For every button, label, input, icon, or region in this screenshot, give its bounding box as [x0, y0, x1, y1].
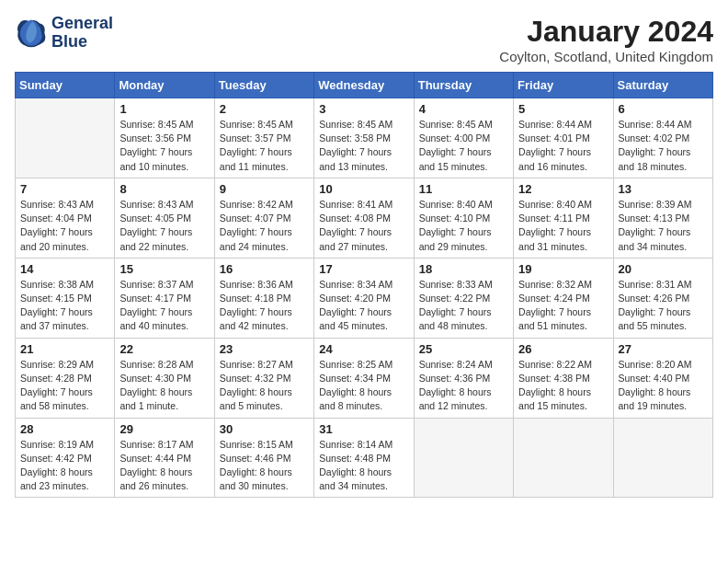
day-info: Sunrise: 8:36 AMSunset: 4:18 PMDaylight:… — [220, 278, 309, 334]
day-number: 12 — [518, 182, 608, 196]
day-number: 4 — [419, 102, 508, 116]
day-number: 24 — [319, 342, 408, 356]
weekday-header-saturday: Saturday — [613, 73, 712, 98]
calendar-cell: 28Sunrise: 8:19 AMSunset: 4:42 PMDayligh… — [16, 418, 115, 498]
day-info: Sunrise: 8:22 AMSunset: 4:38 PMDaylight:… — [518, 358, 608, 414]
week-row-4: 21Sunrise: 8:29 AMSunset: 4:28 PMDayligh… — [16, 338, 713, 418]
calendar-cell: 13Sunrise: 8:39 AMSunset: 4:13 PMDayligh… — [613, 178, 712, 258]
calendar-cell — [16, 98, 115, 178]
week-row-2: 7Sunrise: 8:43 AMSunset: 4:04 PMDaylight… — [16, 178, 713, 258]
week-row-3: 14Sunrise: 8:38 AMSunset: 4:15 PMDayligh… — [16, 258, 713, 338]
calendar-cell — [613, 418, 712, 498]
day-info: Sunrise: 8:34 AMSunset: 4:20 PMDaylight:… — [319, 278, 408, 334]
logo-icon — [15, 17, 48, 50]
day-info: Sunrise: 8:27 AMSunset: 4:32 PMDaylight:… — [220, 358, 309, 414]
calendar-cell: 12Sunrise: 8:40 AMSunset: 4:11 PMDayligh… — [514, 178, 613, 258]
day-info: Sunrise: 8:28 AMSunset: 4:30 PMDaylight:… — [119, 358, 209, 414]
calendar-cell: 14Sunrise: 8:38 AMSunset: 4:15 PMDayligh… — [16, 258, 115, 338]
day-info: Sunrise: 8:37 AMSunset: 4:17 PMDaylight:… — [119, 278, 209, 334]
day-number: 27 — [619, 342, 708, 356]
day-number: 1 — [119, 102, 209, 116]
day-info: Sunrise: 8:43 AMSunset: 4:05 PMDaylight:… — [119, 198, 209, 254]
weekday-header-row: SundayMondayTuesdayWednesdayThursdayFrid… — [16, 73, 713, 98]
title-block: January 2024 Coylton, Scotland, United K… — [499, 15, 713, 64]
day-info: Sunrise: 8:29 AMSunset: 4:28 PMDaylight:… — [20, 358, 109, 414]
day-info: Sunrise: 8:24 AMSunset: 4:36 PMDaylight:… — [419, 358, 508, 414]
page-header: GeneralBlue January 2024 Coylton, Scotla… — [15, 15, 713, 64]
calendar-cell: 2Sunrise: 8:45 AMSunset: 3:57 PMDaylight… — [214, 98, 313, 178]
calendar-cell: 7Sunrise: 8:43 AMSunset: 4:04 PMDaylight… — [16, 178, 115, 258]
day-number: 23 — [220, 342, 309, 356]
calendar-cell: 9Sunrise: 8:42 AMSunset: 4:07 PMDaylight… — [214, 178, 313, 258]
day-info: Sunrise: 8:44 AMSunset: 4:02 PMDaylight:… — [619, 118, 708, 174]
day-number: 31 — [319, 422, 408, 436]
weekday-header-monday: Monday — [115, 73, 214, 98]
calendar-cell — [414, 418, 513, 498]
day-number: 28 — [20, 422, 109, 436]
day-info: Sunrise: 8:38 AMSunset: 4:15 PMDaylight:… — [20, 278, 109, 334]
day-number: 30 — [220, 422, 309, 436]
day-number: 11 — [419, 182, 508, 196]
day-info: Sunrise: 8:19 AMSunset: 4:42 PMDaylight:… — [20, 438, 109, 494]
calendar-cell: 11Sunrise: 8:40 AMSunset: 4:10 PMDayligh… — [414, 178, 513, 258]
calendar-cell: 23Sunrise: 8:27 AMSunset: 4:32 PMDayligh… — [214, 338, 313, 418]
location-title: Coylton, Scotland, United Kingdom — [499, 49, 713, 64]
calendar-cell: 1Sunrise: 8:45 AMSunset: 3:56 PMDaylight… — [115, 98, 214, 178]
logo-text: GeneralBlue — [51, 15, 113, 52]
day-number: 14 — [20, 262, 109, 276]
day-info: Sunrise: 8:25 AMSunset: 4:34 PMDaylight:… — [319, 358, 408, 414]
day-number: 22 — [119, 342, 209, 356]
weekday-header-sunday: Sunday — [16, 73, 115, 98]
day-info: Sunrise: 8:17 AMSunset: 4:44 PMDaylight:… — [119, 438, 209, 494]
week-row-1: 1Sunrise: 8:45 AMSunset: 3:56 PMDaylight… — [16, 98, 713, 178]
day-info: Sunrise: 8:45 AMSunset: 4:00 PMDaylight:… — [419, 118, 508, 174]
day-number: 19 — [518, 262, 608, 276]
day-info: Sunrise: 8:40 AMSunset: 4:10 PMDaylight:… — [419, 198, 508, 254]
calendar-cell: 5Sunrise: 8:44 AMSunset: 4:01 PMDaylight… — [514, 98, 613, 178]
day-number: 26 — [518, 342, 608, 356]
calendar-table: SundayMondayTuesdayWednesdayThursdayFrid… — [15, 72, 713, 498]
day-info: Sunrise: 8:45 AMSunset: 3:57 PMDaylight:… — [220, 118, 309, 174]
weekday-header-tuesday: Tuesday — [214, 73, 313, 98]
month-title: January 2024 — [499, 15, 713, 49]
day-info: Sunrise: 8:20 AMSunset: 4:40 PMDaylight:… — [619, 358, 708, 414]
day-number: 13 — [619, 182, 708, 196]
day-info: Sunrise: 8:31 AMSunset: 4:26 PMDaylight:… — [619, 278, 708, 334]
day-number: 3 — [319, 102, 408, 116]
day-number: 15 — [119, 262, 209, 276]
calendar-cell: 8Sunrise: 8:43 AMSunset: 4:05 PMDaylight… — [115, 178, 214, 258]
week-row-5: 28Sunrise: 8:19 AMSunset: 4:42 PMDayligh… — [16, 418, 713, 498]
calendar-cell: 17Sunrise: 8:34 AMSunset: 4:20 PMDayligh… — [314, 258, 414, 338]
day-number: 17 — [319, 262, 408, 276]
day-info: Sunrise: 8:45 AMSunset: 3:56 PMDaylight:… — [119, 118, 209, 174]
weekday-header-friday: Friday — [514, 73, 613, 98]
day-info: Sunrise: 8:40 AMSunset: 4:11 PMDaylight:… — [518, 198, 608, 254]
day-info: Sunrise: 8:41 AMSunset: 4:08 PMDaylight:… — [319, 198, 408, 254]
day-info: Sunrise: 8:33 AMSunset: 4:22 PMDaylight:… — [419, 278, 508, 334]
day-number: 25 — [419, 342, 508, 356]
calendar-cell: 21Sunrise: 8:29 AMSunset: 4:28 PMDayligh… — [16, 338, 115, 418]
calendar-cell: 15Sunrise: 8:37 AMSunset: 4:17 PMDayligh… — [115, 258, 214, 338]
day-number: 21 — [20, 342, 109, 356]
weekday-header-wednesday: Wednesday — [314, 73, 414, 98]
calendar-cell: 19Sunrise: 8:32 AMSunset: 4:24 PMDayligh… — [514, 258, 613, 338]
calendar-cell: 31Sunrise: 8:14 AMSunset: 4:48 PMDayligh… — [314, 418, 414, 498]
day-info: Sunrise: 8:43 AMSunset: 4:04 PMDaylight:… — [20, 198, 109, 254]
day-number: 29 — [119, 422, 209, 436]
day-number: 5 — [518, 102, 608, 116]
day-info: Sunrise: 8:45 AMSunset: 3:58 PMDaylight:… — [319, 118, 408, 174]
calendar-cell: 24Sunrise: 8:25 AMSunset: 4:34 PMDayligh… — [314, 338, 414, 418]
day-number: 10 — [319, 182, 408, 196]
calendar-cell — [514, 418, 613, 498]
calendar-cell: 27Sunrise: 8:20 AMSunset: 4:40 PMDayligh… — [613, 338, 712, 418]
day-number: 7 — [20, 182, 109, 196]
day-info: Sunrise: 8:39 AMSunset: 4:13 PMDaylight:… — [619, 198, 708, 254]
day-number: 9 — [220, 182, 309, 196]
calendar-cell: 3Sunrise: 8:45 AMSunset: 3:58 PMDaylight… — [314, 98, 414, 178]
calendar-cell: 10Sunrise: 8:41 AMSunset: 4:08 PMDayligh… — [314, 178, 414, 258]
calendar-cell: 18Sunrise: 8:33 AMSunset: 4:22 PMDayligh… — [414, 258, 513, 338]
calendar-cell: 16Sunrise: 8:36 AMSunset: 4:18 PMDayligh… — [214, 258, 313, 338]
day-info: Sunrise: 8:42 AMSunset: 4:07 PMDaylight:… — [220, 198, 309, 254]
day-number: 8 — [119, 182, 209, 196]
day-info: Sunrise: 8:14 AMSunset: 4:48 PMDaylight:… — [319, 438, 408, 494]
